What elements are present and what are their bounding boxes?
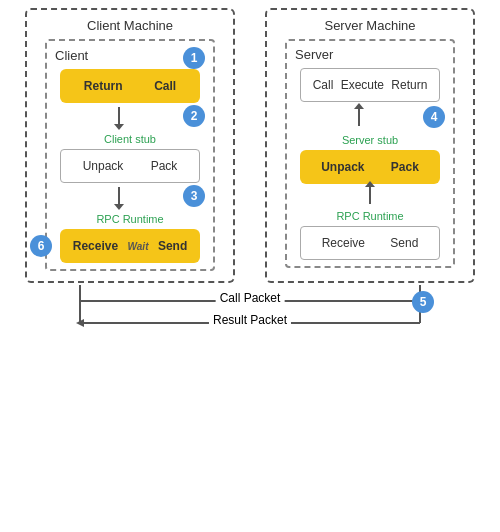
client-box1: Return Call — [60, 69, 200, 103]
arrow-down-2 — [118, 187, 120, 205]
server-inner-title: Server — [295, 47, 333, 62]
server-machine-box: Server Machine Server 1 Call Execute Ret… — [265, 8, 475, 283]
server-box3-left: Receive — [322, 236, 365, 250]
server-box2: Unpack Pack — [300, 150, 440, 184]
client-machine-title: Client Machine — [87, 18, 173, 33]
client-box1-left: Return — [84, 79, 123, 93]
client-box3: Receive Wait Send — [60, 229, 200, 263]
badge-6: 6 — [30, 235, 52, 257]
client-box2-right: Pack — [151, 159, 178, 173]
client-box1-right: Call — [154, 79, 176, 93]
badge-2: 2 — [183, 105, 205, 127]
server-runtime-label: RPC Runtime — [336, 210, 403, 222]
client-box2-left: Unpack — [83, 159, 124, 173]
call-packet-label: Call Packet — [216, 291, 285, 305]
server-inner-box: Server 1 Call Execute Return 4 — [285, 39, 455, 268]
server-machine-title: Server Machine — [324, 18, 415, 33]
packet-lines-area: Call Packet 5 Result Packet — [20, 285, 480, 340]
client-stub-label: Client stub — [104, 133, 156, 145]
server-box1-left: Call — [313, 78, 334, 92]
badge-3: 3 — [183, 185, 205, 207]
client-inner-title: Client — [55, 48, 88, 63]
server-box1: Call Execute Return — [300, 68, 440, 102]
server-box1-right: Return — [391, 78, 427, 92]
badge-1: 1 — [183, 47, 205, 69]
arrow-up-server-2 — [369, 186, 371, 204]
server-box3: Receive Send — [300, 226, 440, 260]
server-box2-left: Unpack — [321, 160, 364, 174]
arrow-down-1 — [118, 107, 120, 125]
badge-4: 4 — [423, 106, 445, 128]
badge-5: 5 — [412, 291, 434, 313]
arrow-up-server — [358, 108, 360, 126]
server-stub-label: Server stub — [342, 134, 398, 146]
result-packet-label: Result Packet — [209, 313, 291, 327]
machines-row: Client Machine Client 1 Return Call 2 — [0, 8, 500, 283]
client-machine-box: Client Machine Client 1 Return Call 2 — [25, 8, 235, 283]
client-inner-box: Client 1 Return Call 2 Client stub — [45, 39, 215, 271]
server-box3-right: Send — [390, 236, 418, 250]
client-box2: Unpack Pack — [60, 149, 200, 183]
server-box2-right: Pack — [391, 160, 419, 174]
diagram-wrapper: Client Machine Client 1 Return Call 2 — [0, 0, 500, 340]
server-box1-middle: Execute — [341, 78, 384, 92]
client-box3-left: Receive — [73, 239, 118, 253]
client-box3-middle: Wait — [128, 241, 149, 252]
client-box3-right: Send — [158, 239, 187, 253]
client-runtime-label: RPC Runtime — [96, 213, 163, 225]
